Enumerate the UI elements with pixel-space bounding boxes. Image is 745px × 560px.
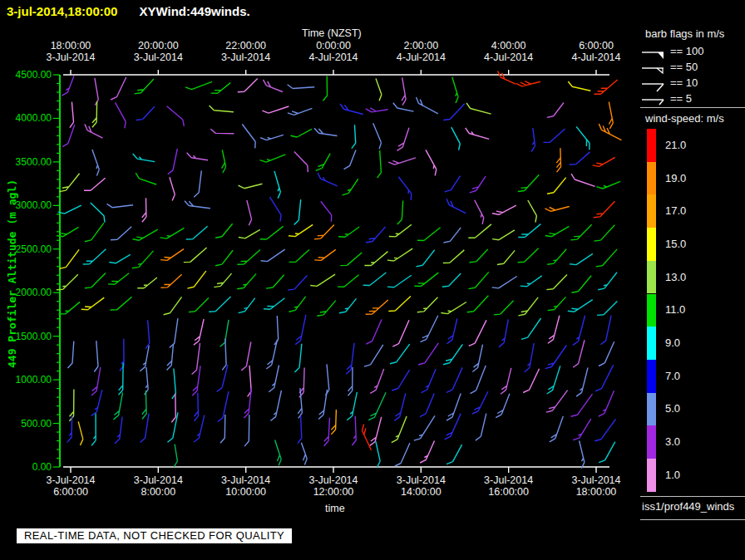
wind-barb	[392, 370, 409, 391]
tick-time: 8:00:00	[118, 486, 198, 498]
wind-barb	[109, 254, 130, 263]
wind-barb	[189, 298, 209, 312]
wind-barb	[443, 104, 465, 120]
wind-barb	[95, 78, 98, 106]
wind-barb	[81, 297, 105, 310]
wind-barb	[218, 391, 229, 422]
tick-time: 12:00:00	[294, 486, 373, 498]
wind-barb	[141, 414, 150, 443]
wind-barb	[366, 320, 382, 345]
wind-barb	[531, 128, 535, 151]
wind-barb	[168, 149, 178, 174]
wind-barb	[340, 253, 362, 266]
wind-barb	[418, 343, 438, 365]
wind-barb	[59, 174, 79, 192]
wind-barb	[220, 320, 229, 346]
wind-barb	[545, 226, 570, 236]
tick-date: 3-Jul-2014	[31, 474, 111, 486]
wind-barb	[444, 228, 461, 243]
wind-barb	[475, 200, 484, 224]
tick-date: 4-Jul-2014	[294, 52, 373, 63]
wind-barb	[443, 345, 462, 365]
wind-barb	[576, 126, 590, 150]
wind-barb	[239, 184, 263, 189]
tick-date: 4-Jul-2014	[381, 52, 461, 63]
wind-barb	[547, 366, 560, 394]
wind-barb	[168, 412, 179, 442]
wind-barb	[160, 228, 185, 238]
tick-date: 3-Jul-2014	[31, 52, 111, 63]
wind-barb	[92, 101, 97, 127]
wind-barb	[497, 250, 515, 264]
wind-barb	[339, 298, 357, 312]
wind-barb	[260, 135, 284, 140]
wind-barb	[523, 369, 539, 393]
wind-barb	[290, 129, 312, 137]
wind-barb	[160, 249, 184, 261]
top-axis-tick-label: 22:00:003-Jul-2014	[206, 40, 286, 63]
wind-barb	[347, 392, 357, 420]
wind-barb	[466, 128, 490, 140]
left-axis-title: 449 Profiler Altitude (m agl)	[6, 150, 18, 399]
wind-barb	[58, 205, 81, 214]
wind-barb	[364, 345, 383, 366]
wind-barb	[324, 418, 330, 446]
wind-barb	[518, 297, 538, 316]
wind-barb	[546, 275, 567, 290]
wind-barb	[422, 369, 437, 393]
tick-time: 2:00:00	[381, 40, 461, 52]
colorbar-block	[647, 261, 656, 294]
wind-barb	[373, 123, 382, 149]
separator-line	[640, 107, 745, 108]
wind-barb	[521, 276, 542, 287]
wind-barb	[211, 83, 231, 94]
wind-barb	[83, 249, 106, 264]
wind-barb	[471, 366, 486, 394]
title-bar: 3-jul-2014,18:00:00XYWind:449winds.	[7, 4, 250, 18]
wind-barb	[294, 344, 302, 372]
separator-line	[640, 496, 745, 497]
wind-barb	[568, 81, 590, 91]
wind-barb	[445, 176, 461, 192]
wind-barb	[215, 224, 233, 238]
top-axis-tick-label: 20:00:003-Jul-2014	[118, 40, 198, 63]
wind-barb	[498, 71, 516, 85]
tick-time: 0:00:00	[294, 40, 373, 52]
tick-date: 4-Jul-2014	[556, 52, 636, 63]
wind-barb	[214, 273, 231, 287]
wind-barb	[244, 415, 249, 446]
wind-barb	[186, 226, 208, 239]
wind-barb	[525, 343, 535, 372]
colorbar-block	[647, 425, 656, 459]
wind-barb	[343, 179, 358, 195]
wind-barb	[239, 229, 260, 238]
colorbar-block	[647, 294, 656, 327]
wind-barb	[91, 414, 96, 446]
wind-barb	[340, 104, 363, 115]
wind-barb	[420, 441, 434, 464]
wind-barb	[547, 178, 566, 194]
bottom-axis-tick-label: 3-Jul-201416:00:00	[469, 474, 549, 498]
colorbar-block	[647, 194, 656, 228]
colorbar-value: 15.0	[665, 238, 686, 250]
wind-barb	[114, 392, 123, 420]
wind-barb	[395, 443, 410, 466]
wind-barb	[111, 77, 126, 100]
data-source-label: iss1/prof449_winds	[642, 500, 734, 513]
wind-barb	[136, 173, 156, 184]
colorbar-value: 21.0	[665, 139, 686, 151]
wind-barb	[146, 320, 150, 348]
wind-barb	[237, 249, 260, 264]
wind-barb	[388, 158, 416, 165]
wind-barb	[116, 102, 126, 128]
wind-barb	[94, 341, 98, 371]
top-axis-tick-label: 2:00:004-Jul-2014	[381, 40, 461, 63]
wind-barb	[594, 201, 615, 218]
tick-date: 3-Jul-2014	[556, 474, 636, 486]
wind-profiler-plot-window: 3-jul-2014,18:00:00XYWind:449winds. Time…	[0, 0, 745, 560]
wind-barb	[470, 176, 486, 193]
wind-barb	[194, 319, 204, 345]
wind-barb	[91, 203, 105, 223]
wind-barb	[568, 300, 593, 312]
wind-barb	[366, 108, 388, 112]
